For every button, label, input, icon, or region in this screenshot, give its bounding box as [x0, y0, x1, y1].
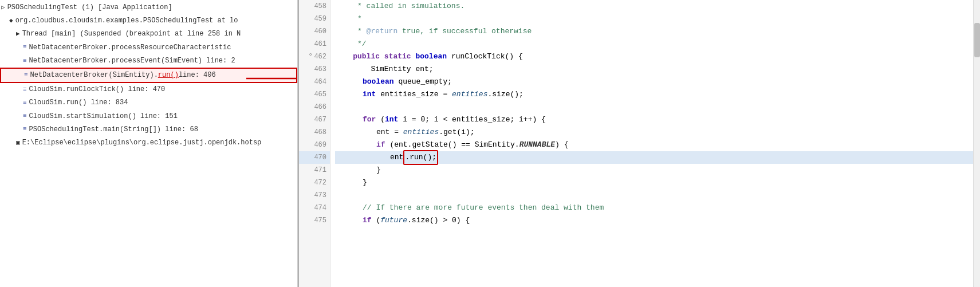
- stack-label-5: CloudSim.run() line: 834: [29, 97, 128, 108]
- code-run-call: .run();: [403, 150, 438, 165]
- stack-label-3-prefix: NetDatacenterBroker(SimEntity).: [30, 70, 158, 81]
- class-icon: ◆: [9, 16, 13, 26]
- line-num-466: 466: [299, 101, 330, 113]
- code-text-473: [335, 189, 340, 202]
- code-kw-int-467: int: [385, 113, 398, 126]
- code-text-459: *: [335, 13, 362, 25]
- line-num-461: 461: [299, 38, 330, 50]
- code-kw-boolean: boolean: [415, 50, 447, 63]
- code-text-461: */: [335, 38, 367, 50]
- stack-icon-2: ≡: [23, 56, 27, 66]
- line-num-471: 471: [299, 164, 330, 176]
- code-kw-int-465: int: [363, 88, 376, 101]
- code-line-463: SimEntity ent;: [335, 63, 973, 76]
- debug-stack-panel: ▷ PSOSchedulingTest (1) [Java Applicatio…: [0, 0, 298, 287]
- code-line-469: if (ent.getState() == SimEntity.RUNNABLE…: [335, 139, 973, 151]
- line-num-465: 465: [299, 88, 330, 101]
- code-text-460: *: [335, 25, 367, 38]
- stack-label-3-suffix: line: 406: [179, 70, 216, 81]
- stack-frame-5[interactable]: ≡ CloudSim.run() line: 834: [0, 96, 297, 109]
- stack-frame-2[interactable]: ≡ NetDatacenterBroker.processEvent(SimEv…: [0, 54, 297, 68]
- code-line-464: boolean queue_empty;: [335, 76, 973, 88]
- stack-icon-7: ≡: [23, 124, 27, 135]
- code-line-473: [335, 189, 973, 202]
- code-var-entities-468: entities: [403, 126, 439, 139]
- code-text-471: }: [376, 164, 381, 176]
- line-num-472: 472: [299, 176, 330, 189]
- code-text-462a: [335, 50, 353, 63]
- line-num-470: 470: [299, 151, 330, 164]
- code-var-future: future: [380, 214, 407, 227]
- stack-frame-7[interactable]: ≡ PSOSchedulingTest.main(String[]) line:…: [0, 123, 297, 136]
- line-num-473: 473: [299, 189, 330, 202]
- code-line-466: [335, 101, 973, 113]
- code-text-460b: true, if successful otherwise: [397, 25, 532, 38]
- code-kw-for: for: [363, 113, 376, 126]
- code-line-470: ent.run();: [335, 151, 973, 164]
- class-node[interactable]: ◆ org.cloudbus.cloudsim.examples.PSOSche…: [0, 14, 297, 27]
- code-kw-if-469: if: [376, 139, 385, 151]
- code-line-460: * @return true, if successful otherwise: [335, 25, 973, 38]
- code-text-464: queue_empty;: [394, 76, 452, 88]
- code-text-469c: ) {: [555, 139, 568, 151]
- stack-label-2: NetDatacenterBroker.processEvent(SimEven…: [29, 56, 235, 66]
- line-num-475: 475: [299, 214, 330, 227]
- code-line-461: */: [335, 38, 973, 50]
- stack-label-3-run: run(): [158, 70, 179, 81]
- code-text-467a: (: [376, 113, 385, 126]
- eclipse-path-node[interactable]: ▣ E:\Eclipse\eclipse\plugins\org.eclipse…: [0, 136, 297, 150]
- code-var-entities: entities: [452, 88, 487, 101]
- stack-label-6: CloudSim.startSimulation() line: 151: [29, 111, 178, 122]
- thread-label: Thread [main] (Suspended (breakpoint at …: [22, 29, 241, 40]
- code-line-474: // If there are more future events then …: [335, 202, 973, 214]
- code-line-458: * called in simulations.: [335, 0, 973, 13]
- code-kw-static: static: [384, 50, 411, 63]
- code-text-458: * called in simulations.: [335, 0, 465, 13]
- stack-icon-5: ≡: [23, 98, 27, 108]
- line-num-460: 460: [299, 25, 330, 38]
- line-num-462: 462: [299, 50, 330, 63]
- thread-icon: ▶: [16, 29, 20, 40]
- scrollbar-thumb[interactable]: [974, 23, 980, 57]
- code-line-459: *: [335, 13, 973, 25]
- code-line-472: }: [335, 176, 973, 189]
- code-static-runnable: RUNNABLE: [519, 139, 555, 151]
- code-text-465b: .size();: [487, 88, 523, 101]
- code-space2: [411, 50, 416, 63]
- code-kw-if-475: if: [363, 214, 372, 227]
- code-tag-460: @return: [367, 25, 398, 38]
- code-line-471: }: [335, 164, 973, 176]
- code-text-472: }: [363, 176, 367, 189]
- code-editor-panel: 458 459 460 461 462 463 464 465 466 467 …: [299, 0, 980, 287]
- code-text-468a: ent =: [376, 126, 403, 139]
- stack-frame-1[interactable]: ≡ NetDatacenterBroker.processResourceCha…: [0, 41, 297, 54]
- code-content: * called in simulations. * * @return tru…: [330, 0, 973, 287]
- stack-frame-3-highlighted[interactable]: ≡ NetDatacenterBroker(SimEntity).run() l…: [0, 68, 297, 83]
- stack-frame-4[interactable]: ≡ CloudSim.runClockTick() line: 470: [0, 83, 297, 96]
- app-node[interactable]: ▷ PSOSchedulingTest (1) [Java Applicatio…: [0, 1, 297, 14]
- stack-icon-4: ≡: [23, 85, 27, 95]
- stack-frame-6[interactable]: ≡ CloudSim.startSimulation() line: 151: [0, 110, 297, 123]
- line-num-463: 463: [299, 63, 330, 76]
- app-icon: ▷: [1, 3, 5, 13]
- code-line-475: if (future.size() > 0) {: [335, 214, 973, 227]
- line-num-467: 467: [299, 113, 330, 126]
- code-text-463: SimEntity ent;: [335, 63, 434, 76]
- class-label: org.cloudbus.cloudsim.examples.PSOSchedu…: [15, 15, 238, 26]
- line-num-469: 469: [299, 139, 330, 151]
- stack-label-4: CloudSim.runClockTick() line: 470: [29, 84, 166, 95]
- thread-node[interactable]: ▶ Thread [main] (Suspended (breakpoint a…: [0, 27, 297, 41]
- code-text-470a: ent: [390, 151, 403, 164]
- scrollbar-track[interactable]: [973, 0, 980, 287]
- line-num-458: 458: [299, 0, 330, 13]
- code-kw-boolean-464: boolean: [363, 76, 394, 88]
- line-num-459: 459: [299, 13, 330, 25]
- stack-icon-3: ≡: [24, 70, 28, 81]
- code-text-475b: .size() > 0) {: [407, 214, 470, 227]
- code-text-467b: i = 0; i < entities_size; i++) {: [398, 113, 545, 126]
- app-label: PSOSchedulingTest (1) [Java Application]: [7, 2, 172, 13]
- stack-icon-1: ≡: [23, 42, 27, 53]
- line-num-474: 474: [299, 202, 330, 214]
- stack-icon-6: ≡: [23, 111, 27, 121]
- code-text-475a: (: [372, 214, 381, 227]
